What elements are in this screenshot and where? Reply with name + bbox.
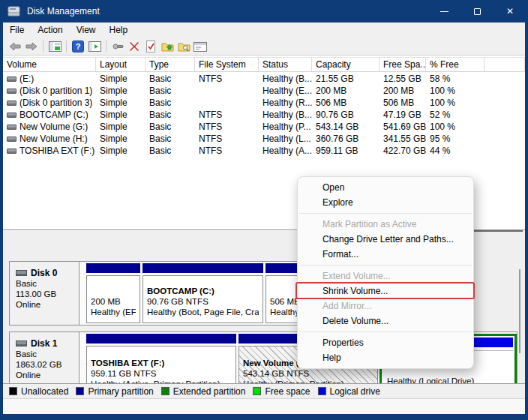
console-tree-icon[interactable]	[46, 40, 63, 54]
cell-fs: NTFS	[195, 145, 259, 157]
check-document-icon[interactable]	[142, 40, 159, 54]
cell-capacity: 543.14 GB	[312, 121, 380, 133]
legend-logical-drive: Logical drive	[318, 386, 380, 397]
popup-view-icon[interactable]	[110, 40, 126, 54]
folder-up-icon[interactable]	[159, 40, 176, 54]
volume-name: BOOTCAMP (C:)	[20, 109, 88, 121]
minimize-button[interactable]	[428, 0, 460, 22]
close-button[interactable]: ✕	[494, 0, 526, 22]
col-volume[interactable]: Volume	[3, 58, 96, 71]
cell-pct: 44 %	[426, 145, 484, 157]
volume-icon	[7, 124, 16, 130]
cell-pct: 95 %	[426, 133, 484, 145]
menu-item-properties[interactable]: Properties	[298, 335, 473, 350]
cell-free: 541.69 GB	[380, 121, 426, 133]
col-layout[interactable]: Layout	[96, 58, 146, 71]
col-type[interactable]: Type	[146, 58, 195, 71]
partition-size: 959.11 GB NTFS	[91, 368, 232, 379]
cell-type: Basic	[146, 85, 195, 97]
partition-size: 543.14 GB NTFS	[243, 368, 374, 379]
cell-status: Healthy (E...	[259, 85, 312, 97]
table-row[interactable]: (Disk 0 partition 3) Simple Basic Health…	[3, 97, 525, 109]
volume-name: (E:)	[20, 73, 34, 85]
menu-item-extend-volume: Extend Volume...	[298, 268, 473, 284]
cell-type: Basic	[146, 73, 195, 85]
partition-name	[91, 286, 136, 296]
menu-item-change-drive-letter[interactable]: Change Drive Letter and Paths...	[298, 232, 473, 247]
menu-separator	[299, 265, 472, 266]
cell-type: Basic	[146, 109, 195, 121]
action-pane-icon[interactable]	[86, 40, 103, 54]
help-icon[interactable]: ?	[70, 40, 86, 54]
cell-status: Healthy (P...	[259, 121, 312, 133]
disk-type: Basic	[16, 278, 74, 289]
table-row[interactable]: TOSHIBA EXT (F:) Simple Basic NTFS Healt…	[3, 145, 525, 157]
table-row[interactable]: New Volume (H:) Simple Basic NTFS Health…	[3, 133, 525, 145]
legend-label: Logical drive	[330, 386, 380, 397]
cell-type: Basic	[146, 145, 195, 157]
col-free-space[interactable]: Free Spa...	[380, 58, 426, 71]
cell-capacity: 360.76 GB	[312, 133, 380, 145]
primary-partition-bar	[86, 334, 236, 344]
partition-efi[interactable]: 200 MB Healthy (EFI	[86, 263, 140, 323]
menu-item-delete-volume[interactable]: Delete Volume...	[298, 314, 473, 328]
menu-item-format[interactable]: Format...	[298, 247, 473, 262]
col-status[interactable]: Status	[259, 58, 312, 71]
table-row[interactable]: BOOTCAMP (C:) Simple Basic NTFS Healthy …	[3, 109, 525, 121]
col-capacity[interactable]: Capacity	[312, 58, 380, 71]
forward-icon[interactable]	[23, 40, 40, 54]
col-pct-free[interactable]: % Free	[426, 58, 484, 71]
cell-capacity: 959.11 GB	[312, 145, 380, 157]
menu-action[interactable]: Action	[31, 22, 69, 38]
partition-name: BOOTCAMP (C:)	[147, 286, 259, 296]
menu-item-help[interactable]: Help	[298, 350, 473, 365]
disk-status: Online	[16, 299, 74, 310]
cell-pct: 100 %	[426, 97, 484, 109]
cell-layout: Simple	[96, 85, 146, 97]
volume-icon	[7, 88, 16, 94]
cell-layout: Simple	[96, 145, 146, 157]
partition-bootcamp-c[interactable]: BOOTCAMP (C:) 90.76 GB NTFS Healthy (Boo…	[142, 263, 263, 323]
maximize-icon	[474, 8, 481, 15]
col-filler	[484, 58, 525, 71]
table-row[interactable]: New Volume (G:) Simple Basic NTFS Health…	[3, 121, 525, 133]
back-icon[interactable]	[7, 40, 23, 54]
volume-name: (Disk 0 partition 3)	[20, 97, 92, 109]
disk-0-label[interactable]: Disk 0 Basic 113.00 GB Online	[10, 262, 80, 325]
volume-name: New Volume (G:)	[20, 121, 88, 133]
cell-capacity: 200 MB	[312, 85, 380, 97]
partition-status: Healthy (Boot, Page File, Crash	[147, 307, 259, 317]
cell-capacity: 506 MB	[312, 97, 380, 109]
legend-primary-partition: Primary partition	[76, 386, 153, 397]
disk-name: Disk 0	[31, 268, 57, 278]
col-file-system[interactable]: File System	[195, 58, 259, 71]
maximize-button[interactable]	[460, 0, 494, 22]
volume-icon	[7, 136, 16, 142]
properties-panel-icon[interactable]	[192, 40, 208, 54]
app-icon	[8, 5, 21, 17]
table-row[interactable]: (E:) Simple Basic NTFS Healthy (B... 21.…	[3, 73, 525, 85]
cell-free: 12.55 GB	[380, 73, 426, 85]
menu-view[interactable]: View	[70, 22, 103, 38]
legend-label: Primary partition	[88, 386, 153, 397]
cell-pct: 52 %	[426, 109, 484, 121]
cell-status: Healthy (B...	[259, 73, 312, 85]
minimize-icon	[440, 11, 448, 12]
close-icon: ✕	[506, 7, 514, 16]
vertical-scrollbar[interactable]	[519, 269, 520, 353]
table-row[interactable]: (Disk 0 partition 1) Simple Basic Health…	[3, 85, 525, 97]
disk-size: 113.00 GB	[16, 289, 74, 299]
menu-item-explore[interactable]: Explore	[298, 195, 473, 210]
menu-separator	[299, 332, 472, 332]
menu-item-shrink-volume[interactable]: Shrink Volume...	[298, 284, 473, 298]
menu-item-open[interactable]: Open	[298, 180, 473, 195]
cell-layout: Simple	[96, 109, 146, 121]
cell-free: 422.70 GB	[380, 145, 426, 157]
menu-help[interactable]: Help	[103, 22, 135, 38]
delete-icon[interactable]	[126, 40, 142, 54]
folder-search-icon[interactable]	[176, 40, 192, 54]
unallocated-swatch	[9, 387, 17, 395]
disk-name: Disk 1	[31, 338, 57, 349]
menu-file[interactable]: File	[3, 22, 31, 38]
svg-text:?: ?	[76, 42, 81, 51]
